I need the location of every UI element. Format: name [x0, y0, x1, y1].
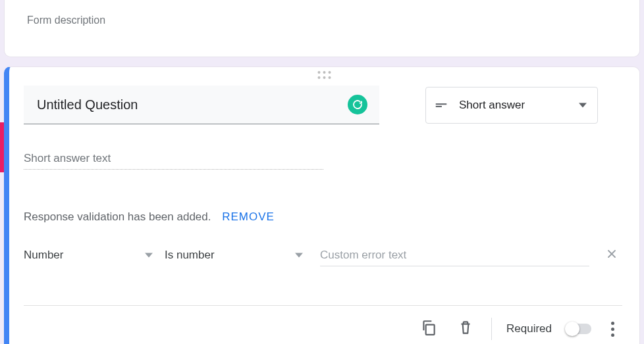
toggle-knob: [565, 322, 579, 336]
required-toggle[interactable]: [566, 324, 591, 334]
validation-condition-dropdown[interactable]: Is number: [165, 245, 303, 266]
form-description-field[interactable]: Form description: [27, 14, 617, 26]
svg-rect-0: [436, 103, 447, 105]
validation-type-dropdown[interactable]: Number: [24, 245, 153, 266]
question-card: Short answer Short answer text Response …: [4, 66, 640, 344]
more-options-button[interactable]: [606, 319, 620, 339]
svg-rect-2: [426, 325, 435, 335]
drag-handle-icon[interactable]: [317, 71, 331, 80]
duplicate-icon: [420, 319, 437, 336]
question-title-input[interactable]: [36, 97, 348, 113]
chevron-down-icon: [295, 251, 303, 259]
clear-validation-button[interactable]: [601, 243, 622, 267]
validation-type-label: Number: [24, 249, 129, 262]
duplicate-button[interactable]: [417, 316, 440, 341]
question-edit-row: Short answer: [24, 86, 622, 124]
chevron-down-icon: [579, 101, 587, 109]
validation-added-message: Response validation has been added. REMO…: [24, 210, 622, 224]
svg-rect-1: [436, 106, 442, 107]
validation-config-row: Number Is number: [24, 243, 622, 267]
question-type-label: Short answer: [459, 99, 568, 112]
close-icon: [605, 247, 618, 260]
form-header-card: Form description: [4, 0, 640, 57]
question-type-dropdown[interactable]: Short answer: [425, 87, 598, 124]
custom-error-text-input[interactable]: [320, 245, 589, 266]
chevron-down-icon: [145, 251, 153, 259]
short-answer-preview-text: Short answer text: [24, 152, 323, 170]
question-footer: Required: [24, 306, 622, 344]
custom-error-text-wrap: [320, 245, 589, 266]
delete-button[interactable]: [454, 316, 477, 341]
remove-validation-button[interactable]: REMOVE: [222, 210, 275, 223]
short-answer-preview: Short answer text: [24, 152, 323, 170]
short-answer-icon: [434, 98, 448, 112]
required-label: Required: [506, 322, 552, 335]
trash-icon: [457, 319, 474, 336]
grammarly-icon[interactable]: [348, 95, 367, 114]
validation-condition-label: Is number: [165, 249, 279, 262]
footer-separator: [491, 318, 492, 340]
question-title-wrap: [24, 86, 379, 124]
validation-text: Response validation has been added.: [24, 210, 211, 223]
